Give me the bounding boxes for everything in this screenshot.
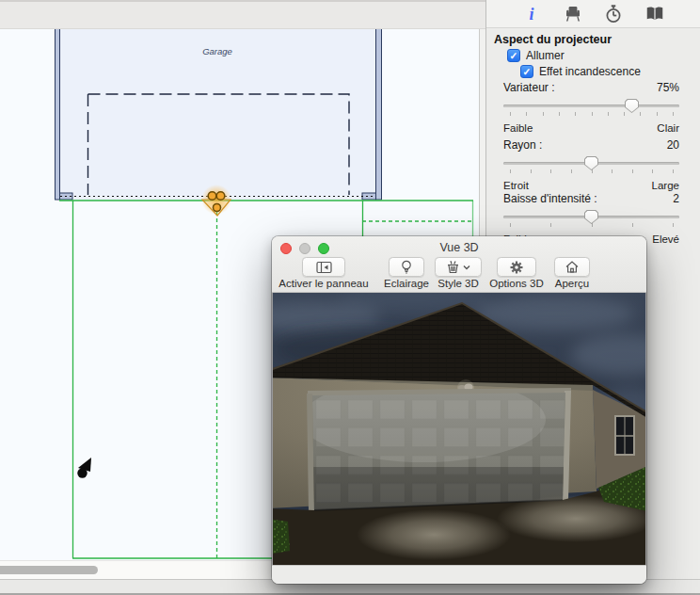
style-3d-button[interactable] — [435, 257, 482, 277]
app-window: Garage — [0, 0, 700, 595]
rayon-slider[interactable] — [503, 155, 679, 176]
checkbox-checked-icon: ✓ — [507, 49, 520, 62]
toolbar-strip — [0, 0, 485, 29]
rayon-min-label: Etroit — [503, 180, 529, 191]
slider-thumb[interactable] — [584, 210, 598, 224]
rayon-max-label: Large — [652, 180, 679, 191]
incandescence-checkbox[interactable]: ✓ Effet incandescence — [520, 65, 641, 78]
baisse-slider[interactable] — [503, 209, 679, 230]
rayon-block: Rayon : 20 Etroit Large — [503, 138, 679, 191]
panel-toggle-icon — [316, 261, 332, 274]
baisse-value: 2 — [673, 192, 679, 207]
allumer-checkbox[interactable]: ✓ Allumer — [507, 49, 565, 62]
activer-panneau-label: Activer le panneau — [278, 278, 368, 289]
tab-info[interactable]: i — [520, 4, 543, 24]
tab-object[interactable] — [562, 4, 584, 24]
slider-track — [503, 105, 679, 107]
eclairage-button[interactable] — [389, 257, 424, 277]
activer-panneau-button[interactable] — [302, 257, 345, 277]
room-label: Garage — [202, 46, 232, 56]
apercu-label: Aperçu — [555, 278, 589, 289]
variateur-max-label: Clair — [657, 122, 679, 134]
baisse-max-label: Elevé — [652, 233, 679, 245]
variateur-min-label: Faible — [503, 122, 533, 134]
vue3d-header[interactable]: Vue 3D Activer le panneau — [272, 236, 646, 293]
grass-left — [273, 519, 290, 555]
allumer-label: Allumer — [526, 49, 565, 62]
side-window — [615, 416, 634, 455]
slider-thumb[interactable] — [625, 99, 639, 113]
light-pool-left — [357, 509, 511, 560]
baisse-label: Baisse d'intensité : — [503, 192, 597, 207]
chevron-down-icon — [463, 265, 470, 270]
variateur-block: Variateur : 75% Faible Clair — [503, 81, 679, 134]
options-3d-button[interactable] — [497, 257, 536, 277]
slider-ticks — [510, 112, 673, 118]
lightbulb-icon — [400, 260, 413, 275]
horizontal-scrollbar-thumb[interactable] — [0, 566, 98, 574]
home-icon — [565, 260, 580, 274]
eclairage-label: Eclairage — [384, 278, 429, 289]
rayon-value: 20 — [667, 138, 679, 153]
render-garage-night — [273, 293, 645, 566]
vue3d-status-bar — [272, 565, 646, 584]
garage-door-3d — [301, 378, 569, 514]
rayon-label: Rayon : — [503, 138, 542, 153]
armchair-icon — [564, 5, 582, 24]
tab-timer[interactable] — [602, 4, 625, 24]
variateur-value: 75% — [657, 81, 679, 96]
info-icon: i — [529, 6, 533, 23]
style-3d-label: Style 3D — [438, 278, 478, 289]
checkbox-checked-icon: ✓ — [520, 65, 533, 78]
vue3d-viewport[interactable] — [272, 293, 646, 566]
bucket-icon — [446, 260, 460, 275]
open-book-icon — [645, 5, 664, 24]
vue3d-window: Vue 3D Activer le panneau — [272, 236, 646, 584]
options-3d-label: Options 3D — [489, 278, 544, 289]
apercu-button[interactable] — [554, 257, 590, 277]
stopwatch-icon — [604, 5, 623, 24]
slider-thumb[interactable] — [584, 156, 598, 170]
panel-title: Aspect du projecteur — [494, 33, 612, 46]
variateur-slider[interactable] — [503, 98, 679, 119]
tab-materials[interactable] — [644, 4, 666, 24]
inspector-tab-bar: i — [486, 0, 700, 28]
incandescence-label: Effet incandescence — [539, 65, 641, 78]
variateur-label: Variateur : — [503, 81, 554, 96]
camera-indicator-icon[interactable] — [77, 458, 91, 478]
gear-icon — [509, 260, 524, 275]
window-title: Vue 3D — [272, 241, 646, 254]
spotlight-fixture-icon[interactable] — [201, 185, 231, 216]
